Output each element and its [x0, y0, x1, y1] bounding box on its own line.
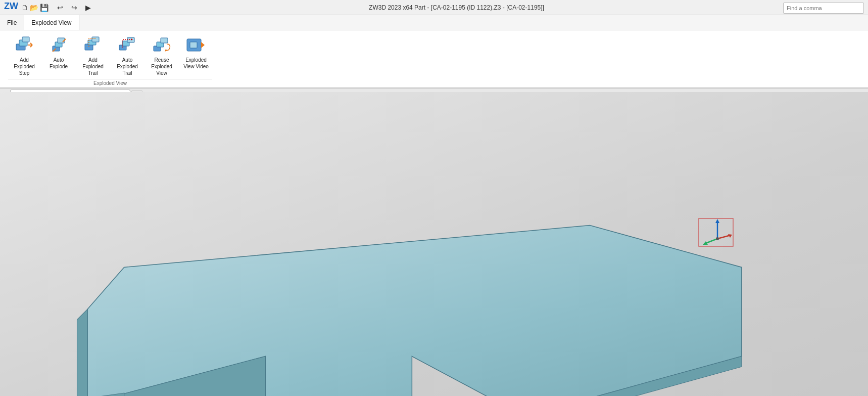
svg-marker-23: [201, 42, 205, 48]
new-icon[interactable]: 🗋: [21, 4, 28, 12]
svg-marker-42: [77, 309, 88, 396]
add-exploded-step-label: Add ExplodedStep: [10, 57, 39, 76]
auto-explode-icon: [49, 35, 69, 55]
svg-rect-43: [699, 218, 733, 246]
reuse-exploded-view-button[interactable]: Reuse ExplodedView: [146, 32, 178, 78]
add-exploded-trail-button[interactable]: Add ExplodedTrail: [77, 32, 109, 78]
svg-marker-49: [703, 241, 708, 245]
auto-explode-label: AutoExplode: [50, 57, 68, 70]
open-icon[interactable]: 📂: [30, 4, 38, 12]
search-input[interactable]: [787, 5, 860, 11]
add-exploded-step-button[interactable]: Add ExplodedStep: [8, 32, 40, 78]
svg-rect-13: [92, 37, 99, 42]
ribbon-toolbar: Add ExplodedStep AutoExplode: [0, 30, 868, 87]
exploded-view-video-icon: [186, 35, 206, 55]
titlebar: ZW 🗋 📂 💾 ↩ ↪ ▶ ZW3D 2023 x64 Part - [CA-…: [0, 0, 868, 15]
titlebar-controls: 🔍 — □ ✕: [818, 3, 864, 13]
ribbon-buttons: Add ExplodedStep AutoExplode: [8, 32, 212, 78]
add-exploded-step-icon: [14, 35, 34, 55]
undo-btn[interactable]: ↩: [54, 1, 67, 14]
extra-btn[interactable]: ▶: [82, 1, 95, 14]
svg-marker-37: [87, 226, 742, 396]
auto-exploded-trail-icon: [117, 35, 137, 55]
menubar: File Exploded View: [0, 15, 868, 30]
svg-rect-20: [161, 38, 168, 43]
search-bar[interactable]: [783, 3, 864, 14]
part-shape: [40, 193, 773, 396]
auto-exploded-trail-label: Auto ExplodedTrail: [113, 57, 142, 76]
add-exploded-trail-label: Add ExplodedTrail: [78, 57, 108, 76]
svg-marker-47: [728, 234, 732, 238]
reuse-exploded-view-label: Reuse ExplodedView: [147, 57, 176, 76]
gizmo: [696, 216, 737, 251]
reuse-exploded-view-icon: [152, 35, 172, 55]
viewport[interactable]: [0, 92, 868, 396]
svg-marker-45: [715, 219, 719, 223]
save-icon[interactable]: 💾: [40, 4, 49, 12]
svg-line-48: [704, 239, 717, 244]
add-exploded-trail-icon: [83, 35, 103, 55]
svg-marker-41: [87, 393, 124, 396]
svg-point-50: [716, 237, 719, 240]
ribbon: Add ExplodedStep AutoExplode: [0, 30, 868, 89]
redo-btn[interactable]: ↪: [68, 1, 81, 14]
svg-line-46: [717, 235, 731, 239]
ribbon-group-exploded: Add ExplodedStep AutoExplode: [4, 32, 216, 87]
svg-rect-24: [190, 42, 197, 48]
svg-marker-40: [590, 357, 742, 397]
auto-explode-button[interactable]: AutoExplode: [42, 32, 75, 71]
ribbon-group-label: Exploded View: [8, 79, 212, 87]
menu-item-file[interactable]: File: [0, 15, 24, 30]
exploded-view-video-button[interactable]: ExplodedView Video: [180, 32, 212, 71]
titlebar-title: ZW3D 2023 x64 Part - [CA-02-1195 (ID 112…: [95, 4, 818, 11]
auto-exploded-trail-button[interactable]: Auto ExplodedTrail: [111, 32, 143, 78]
menu-item-exploded-view[interactable]: Exploded View: [24, 15, 79, 30]
svg-marker-21: [165, 49, 167, 52]
svg-rect-2: [22, 37, 29, 42]
svg-marker-38: [87, 357, 271, 397]
exploded-view-video-label: ExplodedView Video: [183, 57, 209, 70]
